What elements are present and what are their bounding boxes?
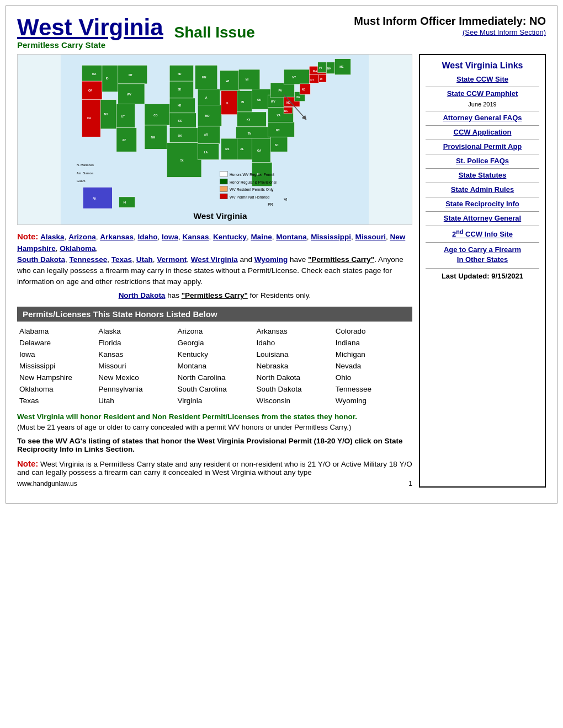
permit-state-item: Montana bbox=[175, 361, 254, 371]
divider3 bbox=[426, 125, 539, 126]
divider4 bbox=[426, 140, 539, 140]
permits-header: Permits/Licenses This State Honors Liste… bbox=[17, 307, 412, 322]
permit-state-item: Pennsylvania bbox=[96, 384, 175, 394]
svg-text:PA: PA bbox=[279, 90, 283, 93]
note-link-maine[interactable]: Maine bbox=[251, 233, 272, 241]
north-dakota-link[interactable]: North Dakota bbox=[119, 291, 166, 299]
svg-rect-43 bbox=[198, 144, 219, 160]
note-link-southdakota[interactable]: South Dakota bbox=[17, 255, 65, 264]
note-link-tennessee[interactable]: Tennessee bbox=[70, 255, 108, 264]
note-link-montana[interactable]: Montana bbox=[276, 233, 307, 241]
sidebar-link-attorney-general-faqs[interactable]: Attorney General FAQs bbox=[426, 114, 539, 122]
right-sidebar: West Virginia Links State CCW Site State… bbox=[419, 54, 546, 488]
sidebar-link-2nd-ccw-info-site[interactable]: 2nd CCW Info Site bbox=[426, 228, 539, 238]
footer-page: 1 bbox=[408, 480, 412, 488]
svg-text:WV Permit Not Honored: WV Permit Not Honored bbox=[230, 195, 269, 199]
note-link-wyoming[interactable]: Wyoming bbox=[254, 255, 288, 264]
svg-text:UT: UT bbox=[121, 115, 125, 118]
svg-text:HI: HI bbox=[123, 202, 126, 205]
note-link-utah[interactable]: Utah bbox=[136, 255, 153, 264]
svg-text:NH: NH bbox=[327, 67, 331, 70]
note-label: Note: bbox=[17, 232, 38, 241]
note-link-texas[interactable]: Texas bbox=[111, 255, 132, 264]
permit-state-item: Mississippi bbox=[17, 361, 96, 371]
sidebar-link-state-statutes[interactable]: State Statutes bbox=[426, 171, 539, 179]
svg-rect-33 bbox=[167, 143, 201, 178]
sidebar-link-ccw-application[interactable]: CCW Application bbox=[426, 128, 539, 136]
note-link-westvirginia[interactable]: West Virginia bbox=[191, 255, 238, 264]
permit-state-item: Alaska bbox=[96, 326, 175, 336]
svg-rect-111 bbox=[220, 179, 227, 184]
svg-text:IN: IN bbox=[241, 101, 244, 104]
note2-body: West Virginia is a Permitless Carry stat… bbox=[17, 460, 412, 477]
note-link-missouri[interactable]: Missouri bbox=[355, 233, 386, 241]
svg-rect-7 bbox=[100, 100, 116, 129]
sidebar-link-state-ccw-site[interactable]: State CCW Site bbox=[426, 75, 539, 83]
ccw-pamphlet-date: June 2019 bbox=[426, 101, 539, 108]
svg-rect-41 bbox=[198, 126, 220, 144]
must-inform-title: Must Inform Officer Immediately: NO bbox=[266, 15, 546, 28]
permit-state-item: Indiana bbox=[333, 338, 412, 348]
permit-state-item: Arizona bbox=[175, 326, 254, 336]
svg-text:MS: MS bbox=[225, 148, 230, 151]
permit-state-item: South Dakota bbox=[254, 384, 333, 394]
note-link-oklahoma[interactable]: Oklahoma bbox=[60, 244, 95, 253]
svg-text:AL: AL bbox=[240, 148, 243, 151]
sidebar-link-st-police-faqs[interactable]: St. Police FAQs bbox=[426, 157, 539, 165]
svg-text:LA: LA bbox=[204, 151, 208, 154]
left-section: WA OR CA NV ID MT bbox=[17, 54, 412, 488]
note-link-kentucky[interactable]: Kentucky bbox=[213, 233, 247, 241]
svg-text:N. Marianas: N. Marianas bbox=[77, 163, 94, 167]
permit-state-item: Michigan bbox=[333, 349, 412, 360]
note-link-vermont[interactable]: Vermont bbox=[157, 255, 187, 264]
last-updated-label: Last Updated: bbox=[442, 272, 490, 280]
sidebar-link-state-admin-rules[interactable]: State Admin Rules bbox=[426, 185, 539, 194]
svg-text:PR: PR bbox=[268, 203, 273, 207]
permit-state-item: Ohio bbox=[333, 372, 412, 383]
svg-text:SC: SC bbox=[275, 144, 279, 147]
svg-text:Am. Samoa: Am. Samoa bbox=[77, 172, 94, 175]
sidebar-link-age-to-carry[interactable]: Age to Carry a FirearmIn Other States bbox=[426, 245, 539, 265]
svg-text:MN: MN bbox=[202, 77, 206, 79]
divider12 bbox=[426, 268, 539, 269]
sidebar-link-provisional-permit-app[interactable]: Provisional Permit App bbox=[426, 142, 539, 151]
svg-text:IL: IL bbox=[226, 102, 229, 105]
svg-text:SD: SD bbox=[178, 89, 182, 92]
permit-state-item: Alabama bbox=[17, 326, 96, 336]
sidebar-link-state-attorney-general[interactable]: State Attorney General bbox=[426, 214, 539, 222]
note-section: Note: Alaska, Arizona, Arkansas, Idaho, … bbox=[17, 231, 412, 301]
state-title: West Virginia bbox=[17, 15, 163, 40]
svg-rect-47 bbox=[221, 91, 237, 115]
note-link-iowa[interactable]: Iowa bbox=[162, 233, 178, 241]
svg-text:NM: NM bbox=[151, 136, 155, 139]
svg-rect-101 bbox=[119, 197, 135, 207]
divider8 bbox=[426, 197, 539, 197]
main-content: WA OR CA NV ID MT bbox=[17, 54, 546, 488]
permit-state-item: Louisiana bbox=[254, 349, 333, 360]
svg-rect-35 bbox=[195, 65, 217, 89]
svg-text:ME: ME bbox=[339, 66, 344, 68]
permit-state-item: Delaware bbox=[17, 338, 96, 348]
permit-state-item: Texas bbox=[17, 395, 96, 406]
note-link-arkansas[interactable]: Arkansas bbox=[100, 233, 134, 241]
sidebar-link-state-ccw-pamphlet[interactable]: State CCW Pamphlet bbox=[426, 89, 539, 98]
svg-text:OH: OH bbox=[257, 99, 262, 101]
must-inform-link[interactable]: (See Must Inform Section) bbox=[463, 28, 546, 36]
svg-text:CO: CO bbox=[153, 114, 157, 117]
svg-text:MI: MI bbox=[246, 78, 249, 81]
note-link-idaho[interactable]: Idaho bbox=[138, 233, 158, 241]
permits-grid: AlabamaAlaskaArizonaArkansasColoradoDela… bbox=[17, 326, 412, 406]
note-link-alaska[interactable]: Alaska bbox=[40, 233, 65, 241]
permitless-label: Permitless Carry State bbox=[17, 40, 163, 50]
svg-rect-25 bbox=[169, 81, 193, 98]
svg-text:IA: IA bbox=[205, 97, 208, 99]
note-link-kansas[interactable]: Kansas bbox=[183, 233, 209, 241]
divider6 bbox=[426, 168, 539, 169]
note-link-arizona[interactable]: Arizona bbox=[68, 233, 96, 241]
divider5 bbox=[426, 154, 539, 154]
svg-text:RI: RI bbox=[320, 78, 323, 81]
sidebar-link-state-reciprocity-info[interactable]: State Reciprocity Info bbox=[426, 200, 539, 208]
shall-issue-label: Shall Issue bbox=[174, 19, 255, 41]
note-link-mississippi[interactable]: Mississippi bbox=[311, 233, 351, 241]
sidebar-title: West Virginia Links bbox=[426, 61, 539, 71]
